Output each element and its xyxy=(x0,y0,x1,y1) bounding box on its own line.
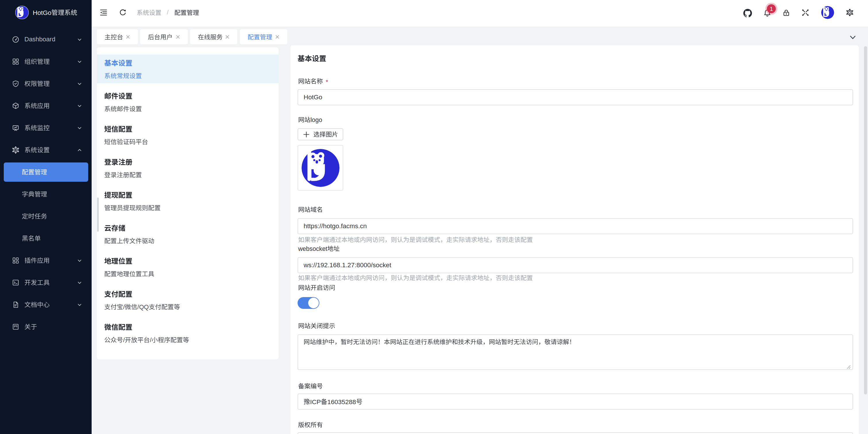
svg-text:/: / xyxy=(123,336,125,343)
svg-text:/: / xyxy=(150,336,152,343)
svg-text:HotGo: HotGo xyxy=(33,9,52,16)
svg-text:ICP: ICP xyxy=(310,398,321,406)
svg-text:/: / xyxy=(123,303,125,310)
svg-text:/QQ: /QQ xyxy=(137,303,149,310)
svg-text:16035288: 16035288 xyxy=(328,398,356,406)
svg-text:websocket: websocket xyxy=(298,245,328,252)
svg-text:logo: logo xyxy=(310,116,322,124)
